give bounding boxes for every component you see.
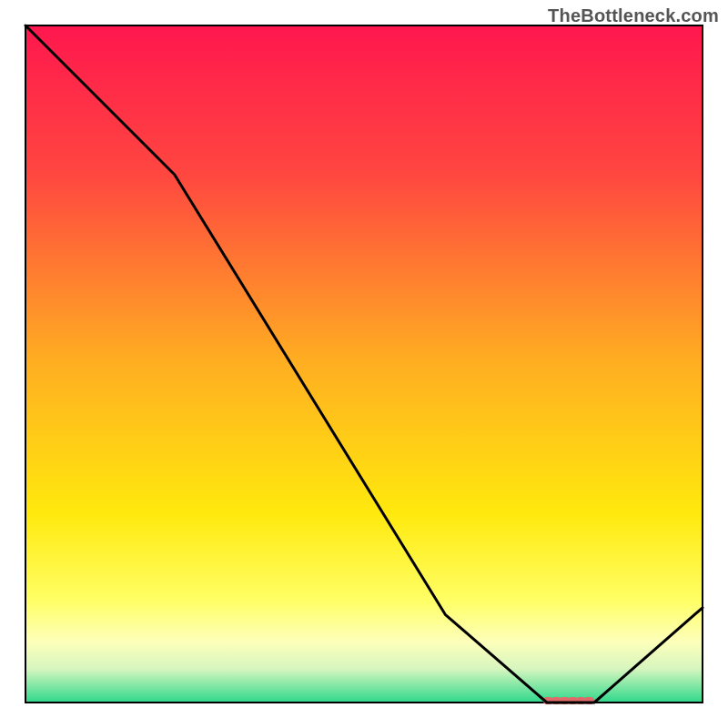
chart-container: TheBottleneck.com [0, 0, 728, 728]
bottleneck-chart [0, 0, 728, 728]
